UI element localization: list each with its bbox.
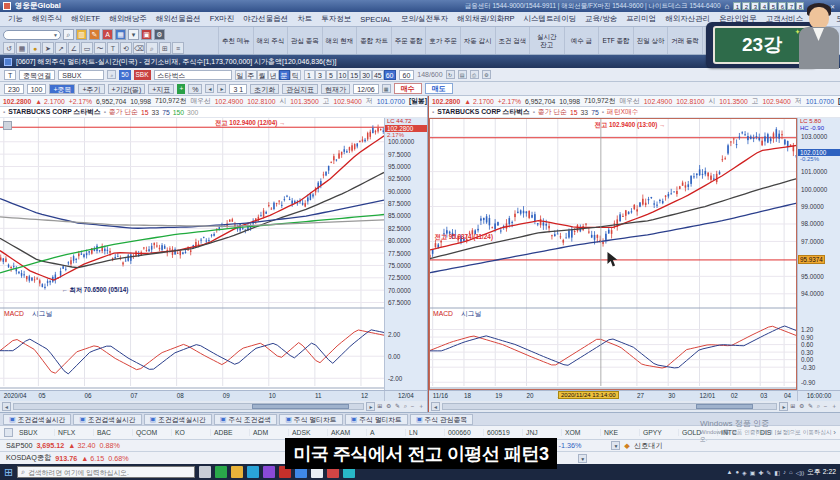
expand-icon[interactable]: ⊞ [159,42,171,54]
symbol-link-combo[interactable]: 종목연결 [19,70,55,80]
tray-icon[interactable]: ◈ [742,469,747,476]
tray-icon[interactable]: ♪ [783,469,786,475]
index-label[interactable]: S&P500 [6,441,32,450]
chart-zoom-controls[interactable]: ⊞ ⚙ ✎ ⌕ − ＋ [377,402,425,411]
search-icon[interactable]: ⌕ [107,70,116,79]
page-number-button[interactable]: 2 [742,2,750,10]
watchlist-symbol[interactable]: NFLX [55,429,94,436]
bar-width-value[interactable]: 230 [4,84,24,94]
minute-45[interactable]: 45 [372,70,384,80]
watchlist-symbol[interactable]: NKE [601,429,640,436]
network-icon[interactable]: ⌂ [789,469,793,475]
home-icon[interactable]: ⌂ [725,2,730,11]
period-year[interactable]: 년 [268,70,279,80]
current-price-combo[interactable]: 현재가 [321,84,350,94]
print-icon[interactable]: ⎙ [470,70,479,79]
add-indicator-button[interactable]: +지표 [148,84,174,94]
bottom-tab[interactable]: 조건검색실시간 [3,414,71,425]
monitor-icon[interactable]: ▣ [141,29,152,40]
refresh-icon[interactable]: ↻ [446,70,455,79]
messenger-app-icon[interactable] [263,466,275,478]
menu-item[interactable]: 해외주식 [32,14,62,24]
symbol-search-combo[interactable]: ▼ [3,30,61,40]
watchlist-symbol[interactable]: 000660 [445,429,484,436]
menu-item[interactable]: 프리미엄 [626,14,656,24]
tray-icon[interactable]: ◧ [774,469,780,476]
menu-item[interactable]: 해외배당주 [109,14,147,24]
settings-lines-icon[interactable]: ≡ [172,42,184,54]
menu-item[interactable]: 투자정보 [321,14,351,24]
menu-item[interactable]: 해외선물옵션 [156,14,201,24]
spreadsheet-app-icon[interactable] [215,466,227,478]
toolbar-button[interactable]: 호가 주문 [425,27,460,54]
menu-item[interactable]: FX마진 [210,14,235,24]
chart-icon[interactable]: ▥ [76,29,87,40]
watchlist-symbol[interactable]: LN [406,429,445,436]
grid-ratio-value[interactable]: 3 1 [229,84,247,94]
menu-item[interactable]: 해외ETF [71,14,100,24]
watchlist-symbol[interactable]: 600519 [484,429,523,436]
watchlist-symbol[interactable]: XOM [562,429,601,436]
toolbar-button[interactable]: 해외 주식 [253,27,288,54]
tool-t-button[interactable]: T [4,70,16,80]
parallel-line-icon[interactable]: ∠ [68,42,80,54]
period-month[interactable]: 월 [257,70,268,80]
taskbar-search[interactable]: ⌕ [17,466,195,478]
undo-icon[interactable]: ↺ [3,42,15,54]
checkbox-icon[interactable]: ▪ [3,109,5,115]
toolbar-button[interactable]: 주문 종합 [391,27,426,54]
tray-icon[interactable]: ✚ [758,469,763,476]
menu-item[interactable]: 해외채권/외화RP [457,14,515,24]
box-draw-icon[interactable]: ▭ [81,42,93,54]
period-day[interactable]: 일 [235,70,246,80]
taskbar-search-input[interactable] [28,469,191,476]
right-arrow-icon[interactable]: ► [217,84,226,93]
period-week[interactable]: 주 [246,70,257,80]
watchlist-symbol[interactable]: ADSK [289,429,328,436]
bottom-tab[interactable]: 주식 멀티차트 [279,414,342,425]
scrollbar-thumb[interactable] [252,404,350,409]
ma-indicator-label[interactable]: 종가 단순 [109,107,138,117]
minute-1[interactable]: 1 [304,70,315,80]
globe-icon[interactable]: ● [29,42,41,54]
pattern-strategy-label[interactable]: 패턴X매수 [607,107,639,117]
symbol-code-combo[interactable]: SBUX [58,70,104,80]
trendline-icon[interactable]: ↗ [55,42,67,54]
menu-item[interactable]: 해외자산관리 [665,14,710,24]
price-axis[interactable]: LC 44.72 102.2800 2.17% 100.000097.50009… [384,118,427,390]
tray-icon[interactable]: ● [735,469,739,475]
scroll-right-icon[interactable]: ► [366,402,375,411]
menu-item[interactable]: 기능 [8,14,23,24]
page-number-button[interactable]: 1 [733,2,741,10]
watchlist-symbol[interactable]: GPYY [640,429,679,436]
taskbar-clock[interactable]: 오후 2:22 [807,467,836,477]
minute-combo[interactable]: 60 [399,70,415,80]
toolbar-button[interactable]: 관심 종목 [287,27,322,54]
checkbox-icon[interactable]: ▪ [432,109,434,115]
buy-button[interactable]: 매수 [394,83,422,94]
rotate-icon[interactable]: ⟲ [120,42,132,54]
gear-icon[interactable]: ⚙ [482,70,491,79]
folder-icon[interactable] [231,466,243,478]
volume-icon[interactable]: ◁)) [796,469,805,476]
checkbox-icon[interactable]: ▪ [533,109,535,115]
watchlist-symbol[interactable]: QCOM [133,429,172,436]
bottom-tab[interactable]: 주식 관심종목 [410,414,473,425]
menu-item[interactable]: 모의/실전투자 [401,14,448,24]
gear-icon[interactable]: ⚙ [154,29,165,40]
page-number-button[interactable]: 3 [751,2,759,10]
index-label[interactable]: KOSDAQ종합 [6,453,51,463]
period-minute[interactable]: 분 [279,70,290,80]
scroll-left-icon[interactable]: ◄ [431,402,440,411]
watchlist-symbol[interactable]: ADBE [211,429,250,436]
grid-icon[interactable]: ▦ [115,29,126,40]
reset-button[interactable]: 초기화 [250,84,279,94]
minute-10[interactable]: 10 [337,70,349,80]
menu-item[interactable]: 차트 [297,14,312,24]
task-view-icon[interactable] [199,466,211,478]
tray-icon[interactable]: ▲ [726,469,732,475]
brush-icon[interactable]: ✎ [89,29,100,40]
period-tick[interactable]: 틱 [290,70,301,80]
page-number-button[interactable]: 4 [760,2,768,10]
zoom-percent-value[interactable]: 100 [27,84,47,94]
